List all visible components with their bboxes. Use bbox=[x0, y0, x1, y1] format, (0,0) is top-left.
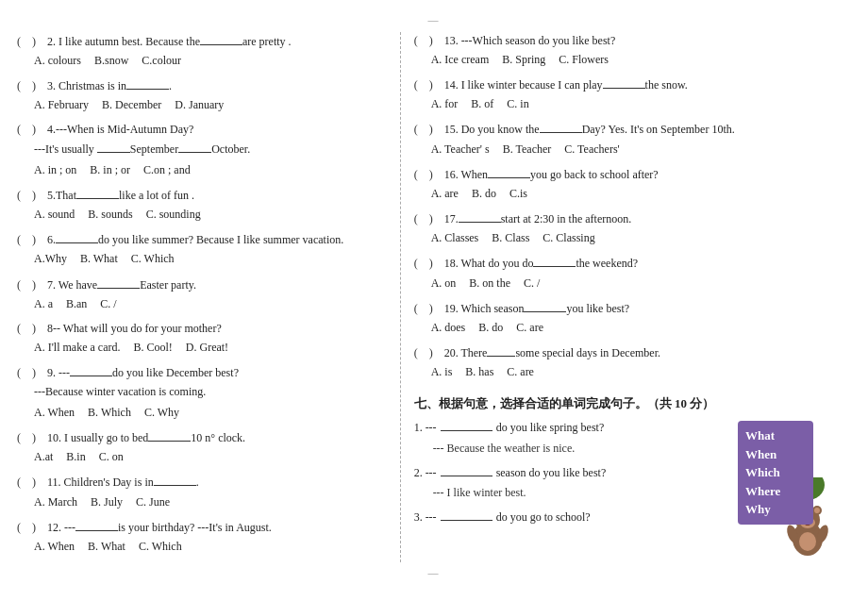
question-4: ( ) 4.---When is Mid-Autumn Day? ---It's… bbox=[17, 121, 391, 182]
q11-optB: B. July bbox=[91, 493, 123, 511]
question-17: ( ) 17.start at 2:30 in the afternoon. A… bbox=[414, 209, 851, 250]
left-column: ( ) 2. I like autumn best. Because thear… bbox=[17, 32, 401, 563]
q13-rparen: ) bbox=[429, 32, 442, 50]
q19-rparen: ) bbox=[429, 300, 442, 318]
question-14: ( ) 14. I like winter because I can play… bbox=[414, 75, 851, 116]
question-12: ( ) 12. ---is your birthday? ---It's in … bbox=[17, 518, 391, 559]
q13-optB: B. Spring bbox=[502, 51, 545, 69]
q12-optB: B. What bbox=[88, 538, 125, 556]
q3-blank bbox=[126, 76, 169, 90]
q15-line: ( ) 15. Do you know theDay? Yes. It's on… bbox=[414, 120, 851, 139]
q11-lparen: ( bbox=[17, 474, 30, 492]
q12-blank bbox=[75, 518, 118, 531]
q3-options: A. February B. December D. January bbox=[34, 96, 391, 114]
q18-optC: C. / bbox=[524, 275, 540, 292]
q4-lparen: ( bbox=[17, 121, 30, 139]
q4-rparen: ) bbox=[32, 121, 45, 139]
q2-optA: A. colours bbox=[34, 52, 81, 70]
q16-text: 16. Whenyou go back to school after? bbox=[444, 165, 659, 184]
q6-lparen: ( bbox=[17, 231, 30, 249]
fill1-blank bbox=[441, 418, 492, 431]
q19-blank bbox=[524, 299, 566, 312]
question-7: ( ) 7. We haveEaster party. A. a B.an C.… bbox=[17, 275, 391, 316]
q9-blank bbox=[70, 363, 112, 376]
top-dash: — bbox=[17, 12, 851, 29]
q10-options: A.at B.in C. on bbox=[34, 448, 391, 466]
q4-optB: B. in ; or bbox=[90, 161, 130, 179]
q6-optA: A.Why bbox=[34, 250, 67, 268]
q7-optA: A. a bbox=[34, 295, 53, 313]
question-11: ( ) 11. Children's Day is in. A. March B… bbox=[17, 473, 391, 513]
q7-line: ( ) 7. We haveEaster party. bbox=[17, 275, 391, 294]
q15-text: 15. Do you know theDay? Yes. It's on Sep… bbox=[444, 120, 735, 139]
q8-optB: B. Cool! bbox=[133, 339, 172, 357]
q16-blank bbox=[488, 165, 530, 178]
q6-blank bbox=[56, 230, 98, 243]
q7-options: A. a B.an C. / bbox=[34, 295, 391, 313]
page-container: ( ) 2. I like autumn best. Because thear… bbox=[17, 32, 851, 563]
q9-lparen: ( bbox=[17, 364, 30, 382]
fill2-num: 2. --- bbox=[414, 464, 437, 482]
question-16: ( ) 16. Whenyou go back to school after?… bbox=[414, 165, 851, 206]
q10-optB: B.in bbox=[66, 448, 85, 466]
q19-optA: A. does bbox=[431, 319, 466, 337]
q2-rparen: ) bbox=[32, 33, 45, 51]
bottom-dash: — bbox=[17, 565, 851, 582]
q17-text: 17.start at 2:30 in the afternoon. bbox=[444, 209, 632, 228]
bear-decoration: What When Which Where Why bbox=[728, 411, 851, 562]
q17-blank bbox=[459, 209, 501, 223]
q12-line: ( ) 12. ---is your birthday? ---It's in … bbox=[17, 518, 391, 537]
bear-sign-line2: When bbox=[745, 445, 806, 464]
question-13: ( ) 13. ---Which season do you like best… bbox=[414, 32, 851, 72]
q2-optC: C.colour bbox=[142, 52, 181, 70]
q6-options: A.Why B. What C. Which bbox=[34, 250, 391, 268]
q5-text: 5.Thatlike a lot of fun . bbox=[47, 186, 194, 205]
q17-optC: C. Classing bbox=[542, 229, 594, 247]
bear-sign-line4: Where bbox=[745, 482, 806, 501]
q18-options: A. on B. on the C. / bbox=[431, 275, 851, 292]
q20-text: 20. Theresome special days in December. bbox=[444, 343, 660, 362]
q12-lparen: ( bbox=[17, 519, 30, 537]
q11-optA: A. March bbox=[34, 493, 77, 511]
q4-sub: ---It's usually SeptemberOctober. bbox=[34, 140, 391, 159]
q6-optC: C. Which bbox=[131, 250, 175, 268]
question-8: ( ) 8-- What will you do for your mother… bbox=[17, 320, 391, 359]
q15-optA: A. Teacher' s bbox=[431, 141, 490, 159]
q8-text: 8-- What will you do for your mother? bbox=[47, 320, 222, 338]
q4-blank1 bbox=[97, 140, 130, 153]
q20-blank bbox=[487, 343, 515, 357]
q3-line: ( ) 3. Christmas is in. bbox=[17, 76, 391, 95]
bear-sign: What When Which Where Why bbox=[738, 421, 813, 525]
q10-optC: C. on bbox=[99, 448, 124, 466]
q14-text: 14. I like winter because I can playthe … bbox=[444, 75, 688, 94]
question-3: ( ) 3. Christmas is in. A. February B. D… bbox=[17, 76, 391, 117]
q19-lparen: ( bbox=[414, 300, 427, 318]
q12-options: A. When B. What C. Which bbox=[34, 538, 391, 556]
q4-blank2 bbox=[178, 140, 211, 153]
q13-options: A. Ice cream B. Spring C. Flowers bbox=[431, 51, 851, 69]
fill2-blank bbox=[441, 463, 492, 476]
q20-options: A. is B. has C. are bbox=[431, 363, 851, 381]
q8-rparen: ) bbox=[32, 320, 45, 338]
q13-optA: A. Ice cream bbox=[431, 51, 490, 69]
q17-optA: A. Classes bbox=[431, 229, 479, 247]
q13-lparen: ( bbox=[414, 32, 427, 50]
question-6: ( ) 6.do you like summer? Because I like… bbox=[17, 230, 391, 271]
q16-line: ( ) 16. Whenyou go back to school after? bbox=[414, 165, 851, 184]
q11-line: ( ) 11. Children's Day is in. bbox=[17, 473, 391, 492]
q9-rparen: ) bbox=[32, 364, 45, 382]
q3-optA: A. February bbox=[34, 96, 89, 114]
q20-optC: C. are bbox=[507, 363, 534, 381]
question-5: ( ) 5.Thatlike a lot of fun . A. sound B… bbox=[17, 186, 391, 226]
q9-optC: C. Why bbox=[144, 404, 179, 422]
q13-optC: C. Flowers bbox=[559, 51, 609, 69]
q12-optC: C. Which bbox=[139, 538, 182, 556]
q9-line: ( ) 9. ---do you like December best? bbox=[17, 363, 391, 382]
q14-optA: A. for bbox=[431, 95, 459, 113]
q3-optB: B. December bbox=[102, 96, 161, 114]
q19-optC: C. are bbox=[516, 319, 543, 337]
q20-rparen: ) bbox=[429, 344, 442, 362]
q14-blank bbox=[603, 75, 645, 89]
q11-rparen: ) bbox=[32, 474, 45, 492]
q7-blank bbox=[97, 275, 140, 289]
